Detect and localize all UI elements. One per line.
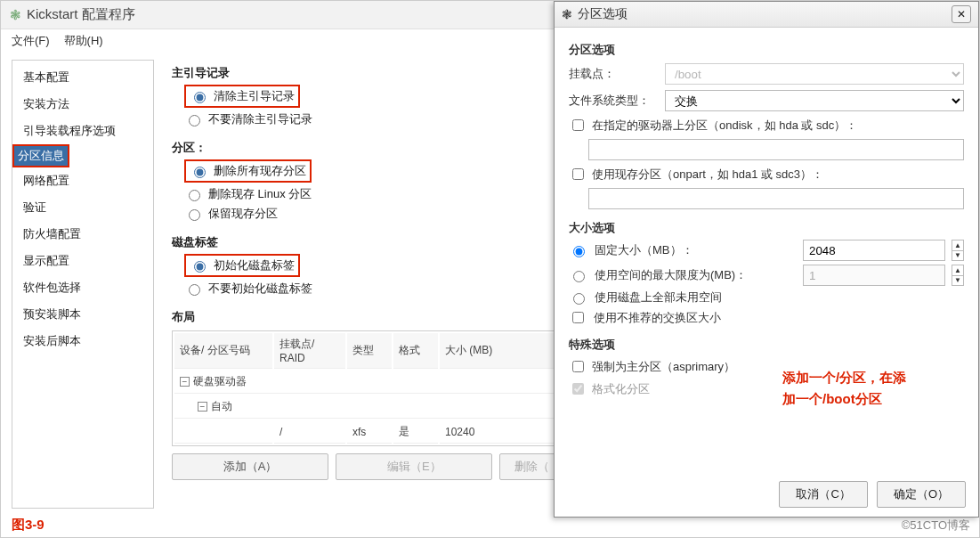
dialog-title-text: 分区选项 — [578, 6, 628, 22]
asprimary-label: 强制为主分区（asprimary） — [592, 359, 735, 375]
size-fill-row[interactable]: 使用磁盘上全部未用空间 — [569, 289, 964, 306]
mbr-keep-label: 不要清除主引导记录 — [208, 111, 312, 127]
mbr-clear-label: 清除主引导记录 — [214, 88, 295, 104]
sidebar-item-bootloader[interactable]: 引导装载程序选项 — [12, 118, 153, 144]
sidebar: 基本配置 安装方法 引导装载程序选项 分区信息 网络配置 验证 防火墙配置 显示… — [12, 60, 154, 509]
spinner-icon[interactable]: ▲▼ — [952, 265, 964, 286]
size-rec-row[interactable]: 使用不推荐的交换区大小 — [569, 309, 964, 326]
disk-init-radio[interactable] — [194, 261, 206, 273]
tree-toggle-icon[interactable]: − — [198, 402, 207, 412]
size-fixed-label: 固定大小（MB）： — [595, 242, 796, 258]
part-remove-all-radio[interactable] — [194, 167, 206, 178]
row-mount: / — [274, 420, 345, 444]
edit-button[interactable]: 编辑（E） — [336, 453, 492, 480]
row-group-label: 硬盘驱动器 — [193, 375, 247, 387]
dlg-section-partition: 分区选项 — [569, 42, 964, 58]
size-max-radio[interactable] — [573, 271, 585, 282]
row-type: xfs — [347, 420, 392, 444]
th-format[interactable]: 格式 — [393, 333, 438, 369]
th-mount[interactable]: 挂载点/ RAID — [274, 333, 345, 369]
mount-label: 挂载点： — [569, 66, 658, 82]
spinner-icon[interactable]: ▲▼ — [952, 240, 964, 261]
dialog-icon: ❃ — [562, 7, 572, 21]
sidebar-item-packages[interactable]: 软件包选择 — [12, 274, 153, 301]
sidebar-item-firewall[interactable]: 防火墙配置 — [12, 221, 153, 248]
dlg-section-special: 特殊选项 — [569, 337, 964, 353]
part-remove-linux-label: 删除现存 Linux 分区 — [208, 186, 312, 202]
size-rec-checkbox[interactable] — [572, 312, 584, 323]
th-type[interactable]: 类型 — [347, 333, 392, 369]
disk-noinit-radio[interactable] — [189, 284, 200, 296]
annotation-note: 添加一个/分区，在添 加一个/boot分区 — [782, 367, 960, 410]
menu-help[interactable]: 帮助(H) — [64, 33, 103, 49]
part-remove-all-label: 删除所有现存分区 — [214, 163, 306, 179]
sidebar-item-auth[interactable]: 验证 — [12, 194, 153, 221]
fstype-select[interactable]: 交换 — [665, 90, 964, 111]
mbr-keep-radio[interactable] — [189, 115, 200, 126]
onpart-row[interactable]: 使用现存分区（onpart，如 hda1 或 sdc3）： — [569, 166, 964, 183]
layout-table: 设备/ 分区号码 挂载点/ RAID 类型 格式 大小 (MB) −硬盘驱动器 … — [172, 330, 563, 446]
size-max-row[interactable]: 使用空间的最大限度为(MB)： ▲▼ — [569, 265, 964, 286]
add-button[interactable]: 添加（A） — [172, 453, 328, 480]
size-fixed-row[interactable]: 固定大小（MB）： ▲▼ — [569, 240, 964, 261]
figure-label: 图3-9 — [12, 517, 45, 534]
row-fmt: 是 — [393, 420, 438, 444]
disk-init-label: 初始化磁盘标签 — [214, 257, 295, 273]
partition-options-dialog: ❃分区选项 ✕ 分区选项 挂载点： /boot 文件系统类型： 交换 在指定的驱… — [554, 1, 979, 518]
note-line1: 添加一个/分区，在添 — [782, 367, 960, 388]
sidebar-item-display[interactable]: 显示配置 — [12, 248, 153, 274]
th-device[interactable]: 设备/ 分区号码 — [174, 333, 272, 369]
tree-toggle-icon[interactable]: − — [180, 377, 190, 387]
sidebar-item-basic[interactable]: 基本配置 — [12, 64, 153, 91]
watermark: ©51CTO博客 — [902, 518, 970, 534]
onpart-label: 使用现存分区（onpart，如 hda1 或 sdc3）： — [592, 167, 823, 183]
size-max-input[interactable] — [803, 265, 945, 286]
close-icon[interactable]: ✕ — [952, 5, 971, 23]
mount-select[interactable]: /boot — [665, 63, 964, 85]
size-fixed-input[interactable] — [803, 240, 945, 261]
title-text: Kickstart 配置程序 — [27, 6, 135, 23]
table-row-group[interactable]: −硬盘驱动器 — [174, 371, 561, 394]
sidebar-item-install[interactable]: 安装方法 — [12, 91, 153, 118]
table-row[interactable]: / xfs 是 10240 — [174, 420, 561, 444]
size-fill-label: 使用磁盘上全部未用空间 — [595, 289, 964, 306]
disk-noinit-label: 不要初始化磁盘标签 — [208, 281, 312, 297]
fstype-label: 文件系统类型： — [569, 93, 658, 109]
th-size[interactable]: 大小 (MB) — [440, 333, 561, 369]
ondisk-checkbox[interactable] — [572, 119, 584, 131]
onpart-checkbox[interactable] — [572, 168, 584, 180]
sidebar-item-prescript[interactable]: 预安装脚本 — [12, 301, 153, 328]
ok-button[interactable]: 确定（O） — [877, 481, 966, 508]
mbr-clear-option[interactable]: 清除主引导记录 — [184, 85, 300, 108]
format-label: 格式化分区 — [592, 381, 650, 397]
menu-file[interactable]: 文件(F) — [12, 33, 50, 49]
sidebar-item-partition[interactable]: 分区信息 — [12, 144, 69, 167]
size-fixed-radio[interactable] — [573, 246, 585, 257]
note-line2: 加一个/boot分区 — [782, 388, 960, 410]
cancel-button[interactable]: 取消（C） — [779, 481, 867, 508]
format-checkbox[interactable] — [572, 383, 584, 395]
ondisk-label: 在指定的驱动器上分区（ondisk，如 hda 或 sdc）： — [592, 118, 857, 134]
size-fill-radio[interactable] — [573, 293, 585, 305]
dialog-titlebar[interactable]: ❃分区选项 ✕ — [555, 2, 978, 28]
size-max-label: 使用空间的最大限度为(MB)： — [595, 267, 796, 283]
ondisk-input[interactable] — [588, 139, 964, 160]
asprimary-checkbox[interactable] — [572, 361, 584, 372]
mbr-clear-radio[interactable] — [194, 92, 206, 103]
part-remove-linux-radio[interactable] — [189, 190, 200, 201]
onpart-input[interactable] — [588, 188, 964, 209]
app-icon: ❃ — [10, 7, 21, 23]
disk-init-option[interactable]: 初始化磁盘标签 — [184, 254, 300, 277]
row-size: 10240 — [440, 420, 561, 444]
part-keep-radio[interactable] — [189, 209, 200, 221]
sidebar-item-postscript[interactable]: 安装后脚本 — [12, 328, 153, 355]
part-remove-all-option[interactable]: 删除所有现存分区 — [184, 159, 312, 183]
row-auto-label: 自动 — [211, 400, 232, 412]
table-row-auto[interactable]: −自动 — [174, 395, 561, 419]
sidebar-item-network[interactable]: 网络配置 — [12, 167, 153, 194]
size-rec-label: 使用不推荐的交换区大小 — [594, 310, 964, 326]
dlg-section-size: 大小选项 — [569, 220, 964, 236]
part-keep-label: 保留现存分区 — [208, 206, 278, 222]
ondisk-row[interactable]: 在指定的驱动器上分区（ondisk，如 hda 或 sdc）： — [569, 117, 964, 134]
